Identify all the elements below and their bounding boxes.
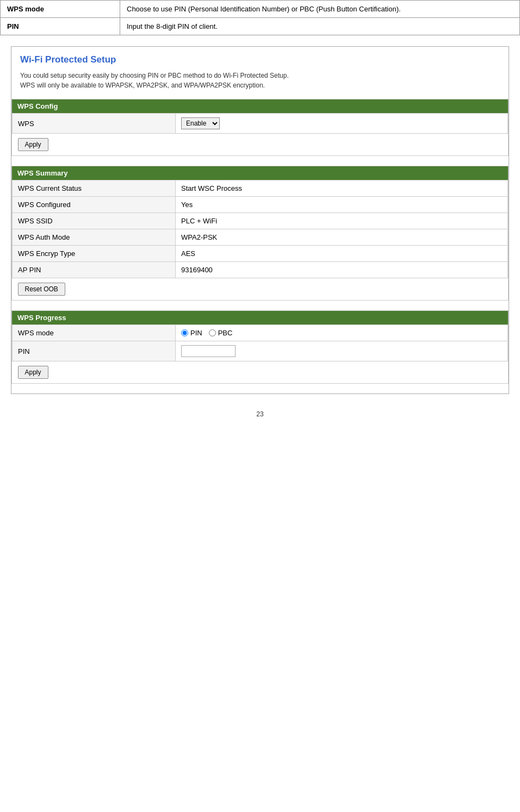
reset-oob-cell: Reset OOB — [13, 278, 508, 301]
wps-summary-table: WPS Current Status Start WSC Process WPS… — [12, 180, 508, 300]
wps-config-header: WPS Config — [12, 99, 508, 113]
table-row: WPS Configured Yes — [13, 197, 508, 213]
pin-row: PIN — [13, 341, 508, 361]
wps-progress-apply-cell: Apply — [13, 361, 508, 384]
pbc-radio[interactable] — [209, 329, 216, 336]
summary-label-5: AP PIN — [13, 262, 176, 278]
wps-config-table: WPS Enable Disable Apply — [12, 113, 508, 155]
wps-enable-select[interactable]: Enable Disable — [181, 117, 220, 129]
desc-row-pin: PIN Input the 8-digit PIN of client. — [1, 18, 520, 35]
wps-mode-label: WPS mode — [13, 325, 176, 341]
summary-value-0: Start WSC Process — [176, 180, 508, 197]
summary-label-3: WPS Auth Mode — [13, 229, 176, 246]
wps-box: Wi-Fi Protected Setup You could setup se… — [11, 46, 509, 394]
wps-desc-line1: You could setup security easily by choos… — [20, 72, 289, 79]
pbc-radio-text: PBC — [218, 329, 233, 337]
summary-label-4: WPS Encryp Type — [13, 246, 176, 262]
summary-label-0: WPS Current Status — [13, 180, 176, 197]
wps-progress-section: WPS Progress WPS mode PIN — [11, 310, 509, 384]
wps-summary-section: WPS Summary WPS Current Status Start WSC… — [11, 166, 509, 301]
desc-label-pin: PIN — [1, 18, 120, 35]
reset-oob-button[interactable]: Reset OOB — [18, 283, 65, 296]
summary-value-5: 93169400 — [176, 262, 508, 278]
wps-select-cell: Enable Disable — [176, 114, 508, 134]
page-number: 23 — [0, 399, 520, 429]
page-wrapper: WPS mode Choose to use PIN (Personal Ide… — [0, 0, 520, 429]
wps-config-apply-row: Apply — [13, 134, 508, 156]
wps-title: Wi-Fi Protected Setup — [11, 47, 509, 67]
wps-label: WPS — [13, 114, 176, 134]
desc-label-wps-mode: WPS mode — [1, 1, 120, 18]
wps-desc-line2: WPS will only be available to WPAPSK, WP… — [20, 82, 265, 89]
wps-enable-row: WPS Enable Disable — [13, 114, 508, 134]
wps-config-section: WPS Config WPS Enable Disable — [11, 99, 509, 156]
pin-radio[interactable] — [181, 329, 188, 336]
summary-value-4: AES — [176, 246, 508, 262]
table-row: AP PIN 93169400 — [13, 262, 508, 278]
summary-value-3: WPA2-PSK — [176, 229, 508, 246]
wps-progress-table: WPS mode PIN PBC — [12, 324, 508, 383]
table-row: WPS Current Status Start WSC Process — [13, 180, 508, 197]
wps-mode-row: WPS mode PIN PBC — [13, 325, 508, 341]
desc-row-wps-mode: WPS mode Choose to use PIN (Personal Ide… — [1, 1, 520, 18]
wps-mode-radio-group: PIN PBC — [181, 329, 502, 337]
summary-value-1: Yes — [176, 197, 508, 213]
wps-mode-radio-cell: PIN PBC — [176, 325, 508, 341]
summary-value-2: PLC + WiFi — [176, 213, 508, 229]
wps-progress-apply-button[interactable]: Apply — [18, 366, 48, 379]
table-row: WPS SSID PLC + WiFi — [13, 213, 508, 229]
pin-radio-label[interactable]: PIN — [181, 329, 202, 337]
table-row: WPS Auth Mode WPA2-PSK — [13, 229, 508, 246]
wps-description: You could setup security easily by choos… — [11, 67, 509, 99]
desc-value-pin: Input the 8-digit PIN of client. — [120, 18, 520, 35]
pin-label: PIN — [13, 341, 176, 361]
wps-progress-apply-row: Apply — [13, 361, 508, 384]
reset-oob-row: Reset OOB — [13, 278, 508, 301]
wps-progress-header: WPS Progress — [12, 311, 508, 324]
wps-config-apply-button[interactable]: Apply — [18, 138, 48, 151]
wps-config-apply-cell: Apply — [13, 134, 508, 156]
pin-radio-text: PIN — [190, 329, 202, 337]
description-table: WPS mode Choose to use PIN (Personal Ide… — [0, 0, 520, 35]
pbc-radio-label[interactable]: PBC — [209, 329, 233, 337]
table-row: WPS Encryp Type AES — [13, 246, 508, 262]
wps-summary-header: WPS Summary — [12, 166, 508, 180]
summary-label-2: WPS SSID — [13, 213, 176, 229]
desc-value-wps-mode: Choose to use PIN (Personal Identificati… — [120, 1, 520, 18]
pin-input[interactable] — [181, 345, 236, 357]
pin-input-cell — [176, 341, 508, 361]
summary-label-1: WPS Configured — [13, 197, 176, 213]
